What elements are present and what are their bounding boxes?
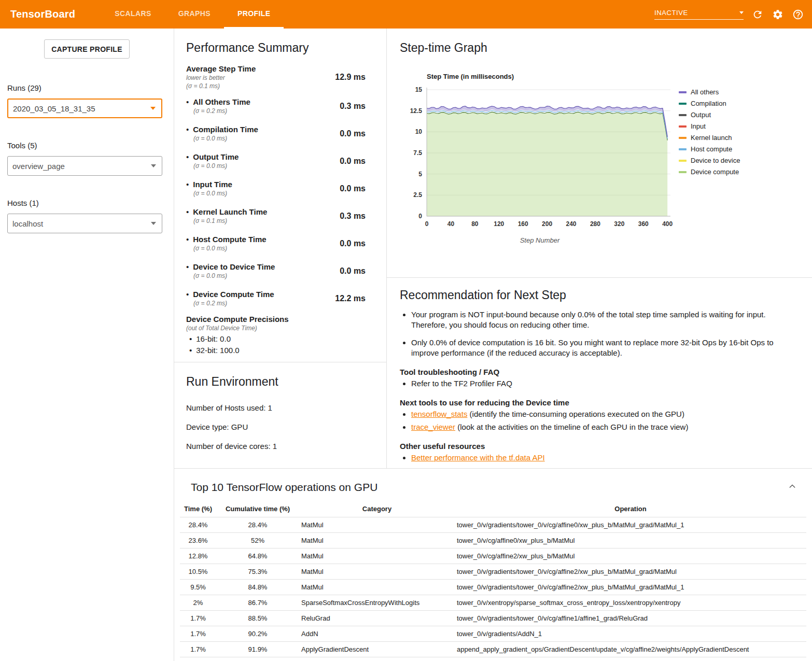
svg-text:40: 40 [447, 220, 455, 228]
table-cell: 1.7% [180, 611, 216, 626]
hosts-label: Hosts (1) [7, 199, 174, 207]
recommendation-bullet: Your program is NOT input-bound because … [411, 310, 791, 331]
recommendation-link[interactable]: tensorflow_stats [411, 410, 467, 418]
table-row: 1.7%90.2%AddNtower_0/v/gradients/AddN_1 [180, 626, 806, 642]
table-cell: 84.8% [216, 580, 299, 595]
table-header-row: Time (%)Cumulative time (%)CategoryOpera… [180, 501, 806, 517]
table-body: 28.4%28.4%MatMultower_0/v/gradients/towe… [180, 517, 806, 657]
svg-text:7.5: 7.5 [413, 149, 422, 157]
runs-select[interactable]: 2020_03_05_18_31_35 [7, 99, 162, 118]
column-header: Time (%) [180, 501, 216, 517]
metrics-list: Average Step Timelower is better(σ = 0.1… [186, 64, 366, 310]
legend-swatch [679, 160, 687, 162]
tab-scalars[interactable]: SCALARS [101, 0, 164, 29]
tools-select[interactable]: overview_page [7, 156, 162, 176]
chevron-down-icon [151, 222, 156, 225]
table-cell: MatMul [299, 533, 455, 549]
svg-text:12.5: 12.5 [410, 107, 423, 115]
tab-graphs[interactable]: GRAPHS [165, 0, 224, 29]
help-icon[interactable] [792, 8, 804, 21]
metric-row: •Output Time(σ = 0.0 ms) 0.0 ms [186, 150, 366, 172]
runs-select-value: 2020_03_05_18_31_35 [13, 104, 95, 113]
recommendation-section: Recommendation for Next Step Your progra… [387, 278, 812, 465]
status-label: INACTIVE [654, 9, 688, 17]
table-cell: AddN [299, 626, 455, 642]
table-cell: 90.2% [216, 626, 299, 642]
precisions-title: Device Compute Precisions [186, 315, 366, 324]
table-cell: 2% [180, 595, 216, 611]
chevron-down-icon [150, 107, 156, 110]
table-cell: 9.5% [180, 580, 216, 595]
run-environment-section: Run Environment Number of Hosts used: 1D… [174, 362, 386, 473]
capture-profile-button[interactable]: CAPTURE PROFILE [44, 39, 130, 59]
table-cell: 1.7% [180, 642, 216, 657]
chevron-down-icon [739, 11, 744, 14]
recommendation-item: trace_viewer (look at the activities on … [411, 422, 791, 432]
table-cell: 28.4% [180, 517, 216, 533]
legend-item: Device to device [679, 157, 740, 164]
tab-profile[interactable]: PROFILE [224, 0, 284, 29]
svg-text:80: 80 [471, 220, 479, 228]
table-cell: tower_0/v/gradients/tower_0/v/cg/affine0… [455, 517, 806, 533]
recommendation-sublist: tensorflow_stats (identify the time-cons… [411, 409, 791, 432]
legend-item: Device compute [679, 168, 740, 176]
run-environment-line: Device type: GPU [186, 423, 374, 431]
metric-label: •Device Compute Time [186, 290, 330, 299]
svg-text:10: 10 [415, 128, 423, 135]
table-cell: 91.9% [216, 642, 299, 657]
svg-text:0: 0 [425, 220, 429, 228]
table-cell: 88.5% [216, 611, 299, 626]
metric-sigma: (σ = 0.0 ms) [193, 162, 334, 170]
table-row: 23.6%52%MatMultower_0/v/cg/affine0/xw_pl… [180, 533, 806, 549]
table-cell: 28.4% [216, 517, 299, 533]
recommendation-bullets: Your program is NOT input-bound because … [411, 310, 791, 358]
recommendation-subheading: Next tools to use for reducing the Devic… [400, 398, 791, 407]
metric-row: •All Others Time(σ = 0.2 ms) 0.3 ms [186, 95, 366, 117]
recommendation-bullet: Only 0.0% of device computation is 16 bi… [411, 337, 791, 359]
hosts-select[interactable]: localhost [7, 214, 162, 233]
legend-swatch [679, 125, 687, 128]
x-axis-label: Step Number [405, 236, 675, 244]
table-cell: ApplyGradientDescent [299, 642, 455, 657]
svg-text:280: 280 [590, 220, 600, 228]
metric-label: •Input Time [186, 180, 334, 189]
precisions-subtitle: (out of Total Device Time) [186, 325, 366, 332]
legend-label: Kernel launch [691, 134, 732, 142]
table-cell: MatMul [299, 564, 455, 580]
metric-value: 0.0 ms [340, 266, 366, 276]
legend-label: Device to device [691, 157, 740, 164]
table-cell: 52% [216, 533, 299, 549]
metric-sigma: (σ = 0.0 ms) [193, 272, 334, 279]
hosts-select-value: localhost [12, 219, 43, 228]
table-cell: ReluGrad [299, 611, 455, 626]
status-dropdown[interactable]: INACTIVE [654, 9, 744, 20]
recommendation-item: Refer to the TF2 Profiler FAQ [411, 378, 791, 389]
table-row: 1.7%91.9%ApplyGradientDescentappend_appl… [180, 642, 806, 657]
recommendation-link[interactable]: Better performance with the tf.data API [411, 453, 545, 462]
metric-row: •Input Time(σ = 0.0 ms) 0.0 ms [186, 177, 366, 200]
recommendation-sublist: Better performance with the tf.data API [411, 453, 791, 463]
legend-swatch [679, 137, 687, 139]
table-row: 1.7%88.5%ReluGradtower_0/v/gradients/tow… [180, 611, 806, 626]
metric-sigma: (σ = 0.1 ms) [186, 82, 330, 90]
table-cell: tower_0/v/gradients/tower_0/v/cg/affine2… [455, 580, 806, 595]
metric-value: 0.3 ms [340, 102, 366, 111]
settings-gear-icon[interactable] [772, 8, 784, 21]
svg-text:0: 0 [418, 213, 422, 220]
recommendation-link[interactable]: trace_viewer [411, 423, 455, 431]
run-environment-line: Number of Hosts used: 1 [186, 403, 374, 412]
table-row: 10.5%75.3%MatMultower_0/v/gradients/towe… [180, 564, 806, 580]
chevron-down-icon [151, 164, 156, 167]
recommendation-item: tensorflow_stats (identify the time-cons… [411, 409, 791, 419]
metric-label: •Compilation Time [186, 125, 334, 134]
metric-value: 0.3 ms [340, 212, 366, 221]
collapse-chevron-up-icon[interactable] [786, 480, 799, 493]
metric-label: Average Step Time [186, 64, 330, 73]
column-header: Category [299, 501, 455, 517]
table-cell: 86.7% [216, 595, 299, 611]
metric-sigma: (σ = 0.0 ms) [193, 135, 334, 142]
refresh-icon[interactable] [751, 8, 764, 21]
legend-label: Host compute [691, 145, 732, 153]
svg-text:400: 400 [662, 220, 673, 228]
metric-label: •Device to Device Time [186, 262, 334, 271]
